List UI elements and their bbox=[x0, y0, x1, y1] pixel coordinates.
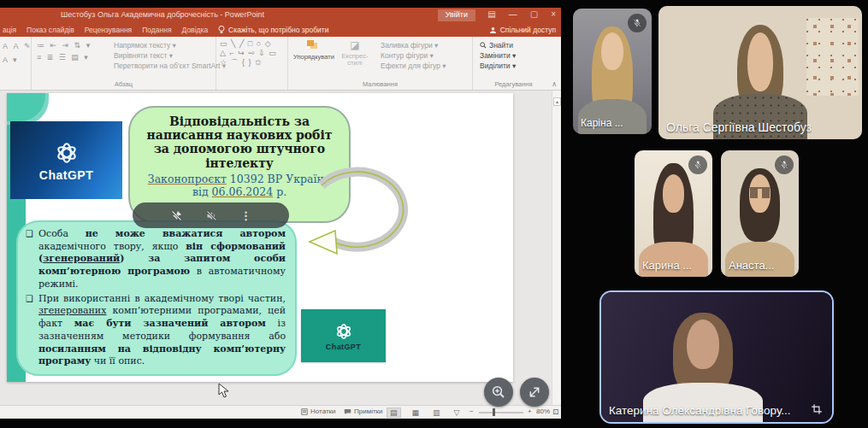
chatgpt-label: ChatGPT bbox=[39, 168, 93, 182]
ribbon-display-options-button[interactable]: ▤ bbox=[487, 9, 495, 19]
tab-animation-truncated[interactable]: ація bbox=[3, 26, 16, 34]
unpin-icon[interactable] bbox=[170, 209, 183, 222]
ribbon-group-shapes: ▭ ╲ ╱ □ ○ ◇ △ ⌐ ↪ ⇨ ⇩ ▭ ☆ ⌒ { } ✩ bbox=[216, 37, 288, 90]
view-reading-button[interactable]: ▥ bbox=[430, 408, 443, 417]
view-slideshow-button[interactable]: ▽ bbox=[452, 408, 463, 417]
window-title: Шестобуз Ольга Академична доброчесність … bbox=[51, 10, 274, 19]
find-button[interactable]: Знайти bbox=[480, 40, 516, 50]
bullet-square-icon: ❑ bbox=[26, 228, 33, 239]
zoom-out-button[interactable]: − bbox=[469, 407, 474, 415]
view-slide-sorter-button[interactable]: ▦ bbox=[410, 408, 422, 417]
signin-button[interactable]: Увійти bbox=[438, 9, 475, 21]
participant-name: Ольга Сергіївна Шестобуз bbox=[666, 120, 812, 134]
expand-fullscreen-button[interactable] bbox=[520, 378, 549, 407]
font-buttons[interactable]: А А ✎ bbox=[0, 37, 31, 50]
participant-tile-karyna2[interactable]: Карина ... bbox=[635, 150, 712, 277]
shape-effects-button[interactable]: Ефекти для фігур ▾ bbox=[381, 61, 446, 71]
fit-to-window-button[interactable]: ⊡ bbox=[552, 407, 559, 416]
chatgpt-logo-box: ChatGPT bbox=[301, 309, 386, 362]
chatgpt-label: ChatGPT bbox=[326, 343, 361, 351]
arrange-icon bbox=[307, 40, 318, 50]
ppt-statusbar: Нотатки Примітки ▤ ▦ ▥ ▽ − + 80% ⊡ bbox=[0, 405, 561, 419]
tab-help[interactable]: Довідка bbox=[182, 26, 209, 34]
crop-icon[interactable] bbox=[811, 403, 823, 415]
slide-bullet-1: ❑ Особа не може вважатися автором академ… bbox=[26, 228, 286, 291]
ribbon-tabs: ація Показ слайдів Рецензування Подання … bbox=[0, 23, 561, 37]
minimize-button[interactable]: — bbox=[509, 9, 517, 19]
glasses bbox=[750, 187, 771, 198]
view-normal-button[interactable]: ▤ bbox=[387, 407, 401, 418]
participant-name: Катерина Олександрівна Говору... bbox=[609, 404, 791, 417]
participant-tile-anastasiia[interactable]: Анаста... bbox=[721, 150, 799, 277]
powerpoint-window: Шестобуз Ольга Академична доброчесність … bbox=[0, 8, 561, 419]
magnifier-plus-icon bbox=[491, 384, 506, 400]
smartart-convert-button[interactable]: Перетворити на об'єкт SmartArt ▾ bbox=[114, 61, 226, 71]
comment-icon bbox=[344, 408, 351, 415]
arrange-button[interactable]: Упорядкувати bbox=[293, 40, 331, 61]
participant-tile-olha[interactable]: Ольга Сергіївна Шестобуз bbox=[658, 6, 862, 139]
participant-name: Карина ... bbox=[642, 259, 692, 272]
slide-canvas[interactable]: ChatGPT Відповідальність за написання на… bbox=[7, 93, 513, 382]
expand-icon bbox=[528, 385, 541, 399]
zoom-level[interactable]: 80% bbox=[536, 407, 550, 415]
zoom-slider-handle[interactable] bbox=[493, 408, 495, 416]
person-icon bbox=[489, 26, 497, 34]
quick-styles-button[interactable]: ◪ Експрес-стилі bbox=[336, 40, 374, 67]
zoom-in-overlay-button[interactable] bbox=[484, 378, 513, 407]
participant-tile-karina1[interactable]: Каріна ... bbox=[573, 9, 652, 134]
more-options-icon[interactable]: ⋮ bbox=[240, 209, 251, 222]
replace-button[interactable]: Замінити ▾ bbox=[480, 50, 516, 61]
lightbulb-icon bbox=[218, 26, 225, 34]
chatgpt-image: ChatGPT bbox=[10, 121, 122, 199]
participant-video bbox=[658, 6, 862, 139]
slide-body-bubble: ❑ Особа не може вважатися автором академ… bbox=[16, 220, 297, 376]
drawing-group-label: Малювання bbox=[288, 80, 472, 88]
restore-button[interactable]: ▢ bbox=[530, 9, 538, 19]
openai-logo-icon bbox=[53, 139, 80, 167]
tellme-box[interactable]: Скажіть, що потрібно зробити bbox=[218, 26, 328, 34]
audio-muted-icon[interactable] bbox=[205, 209, 218, 222]
tab-view[interactable]: Подання bbox=[142, 26, 171, 34]
share-button[interactable]: Спільний доступ bbox=[489, 23, 556, 37]
scroll-up-button[interactable]: ▴ bbox=[553, 97, 561, 106]
circular-arrow-shape bbox=[298, 146, 417, 266]
paragraph-group-label: Абзац bbox=[32, 80, 216, 88]
slide-corner-shape bbox=[7, 93, 49, 125]
editing-group-label: Редагування bbox=[473, 80, 554, 88]
mic-muted-icon bbox=[775, 155, 794, 174]
select-button[interactable]: Виділити ▾ bbox=[480, 61, 516, 71]
shape-outline-button[interactable]: Контур фігури ▾ bbox=[381, 50, 446, 61]
comments-button[interactable]: Примітки bbox=[344, 407, 383, 415]
quick-styles-icon: ◪ bbox=[336, 40, 374, 51]
mic-muted-icon bbox=[688, 155, 707, 174]
shapes-gallery[interactable]: ▭ ╲ ╱ □ ○ ◇ △ ⌐ ↪ ⇨ ⇩ ▭ ☆ ⌒ { } ✩ bbox=[216, 37, 287, 67]
slide-scrollbar[interactable]: ▴ bbox=[552, 91, 561, 405]
align-text-button[interactable]: Вирівняти текст ▾ bbox=[114, 50, 226, 61]
tab-review[interactable]: Рецензування bbox=[85, 26, 132, 34]
ribbon-group-drawing: Упорядкувати ◪ Експрес-стилі Заливка фіг… bbox=[288, 37, 473, 90]
tab-slideshow[interactable]: Показ слайдів bbox=[27, 26, 74, 34]
slide-bullet-2: ❑ При використанні в академічному творі … bbox=[26, 293, 286, 368]
mic-muted-icon bbox=[628, 14, 647, 32]
notes-button[interactable]: Нотатки bbox=[301, 407, 336, 415]
zoom-slider[interactable] bbox=[479, 412, 523, 413]
zoom-in-button[interactable]: + bbox=[528, 407, 532, 415]
participant-video bbox=[601, 292, 832, 422]
text-direction-button[interactable]: Напрямок тексту ▾ bbox=[114, 40, 226, 50]
ribbon-group-font-partial: А А ✎ A ▾ bbox=[0, 37, 32, 90]
participant-tile-kateryna-speaking[interactable]: Катерина Олександрівна Говору... bbox=[599, 290, 834, 424]
openai-logo-icon bbox=[334, 321, 354, 342]
screen: Шестобуз Ольга Академична доброчесність … bbox=[0, 0, 868, 428]
shape-fill-button[interactable]: Заливка фігури ▾ bbox=[381, 40, 446, 50]
meet-tile-controls: ⋮ bbox=[133, 202, 289, 228]
close-button[interactable]: × bbox=[551, 9, 556, 19]
bullet-square-icon: ❑ bbox=[26, 293, 33, 304]
ribbon-group-editing: Знайти Замінити ▾ Виділити ▾ Редагування bbox=[473, 37, 554, 90]
window-titlebar: Шестобуз Ольга Академична доброчесність … bbox=[0, 8, 561, 23]
participant-name: Каріна ... bbox=[581, 117, 623, 129]
notes-icon bbox=[301, 408, 308, 415]
slide-area: ChatGPT Відповідальність за написання на… bbox=[0, 91, 561, 405]
participant-name: Анаста... bbox=[729, 259, 774, 272]
ribbon: А А ✎ A ▾ ≔ ⇤ ⇥ ⇅ ▾ ≡ ≣ ☰ ▤ ▾ Напрямок т… bbox=[0, 37, 561, 91]
collapse-ribbon-button[interactable]: ∧ bbox=[552, 80, 557, 88]
